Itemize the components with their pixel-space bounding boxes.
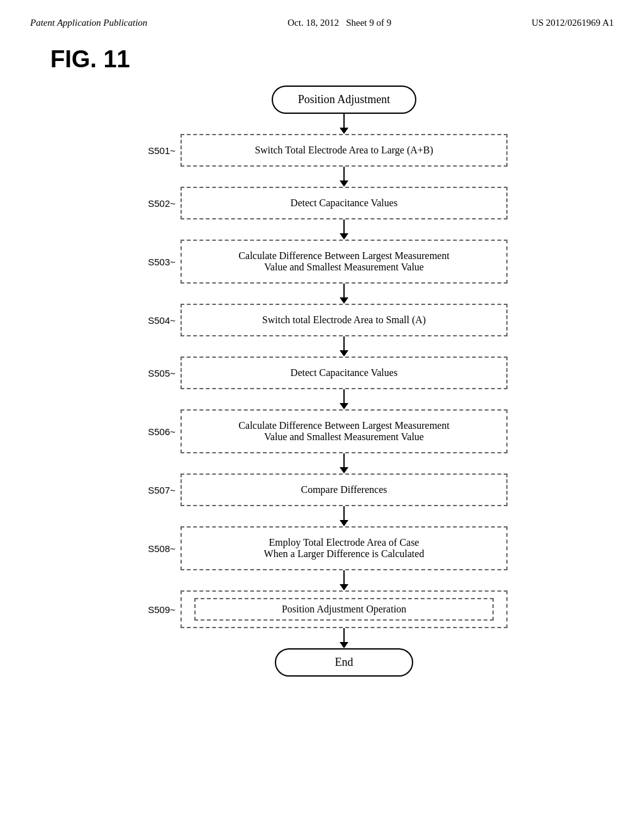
arrow-8 (38, 570, 606, 590)
start-label: Position Adjustment (298, 93, 391, 106)
step-label-S503: S503~ (136, 257, 180, 267)
step-text-S504: Switch total Electrode Area to Small (A) (262, 314, 426, 326)
figure-title: FIG. 11 (50, 46, 644, 73)
step-box-S505: Detect Capacitance Values (180, 357, 508, 389)
arrow-6 (38, 453, 606, 473)
step-row-S509: S509~ Position Adjustment Operation (38, 590, 606, 628)
publication-label: Patent Application Publication (30, 18, 147, 28)
start-oval-row: Position Adjustment (38, 86, 606, 114)
sheet-label: Sheet 9 of 9 (346, 18, 391, 28)
step-row-S502: S502~ Detect Capacitance Values (38, 187, 606, 219)
step-box-S503: Calculate Difference Between Largest Mea… (180, 240, 508, 284)
step-row-S505: S505~ Detect Capacitance Values (38, 357, 606, 389)
patent-number-label: US 2012/0261969 A1 (531, 18, 614, 28)
arrow-3 (38, 284, 606, 304)
page-header: Patent Application Publication Oct. 18, … (0, 0, 644, 35)
step-row-S507: S507~ Compare Differences (38, 473, 606, 506)
end-oval-row: End (38, 648, 606, 677)
step-label-S506: S506~ (136, 426, 180, 437)
arrow-7 (38, 506, 606, 526)
step-text-S509: Position Adjustment Operation (282, 604, 406, 615)
step-text-S507: Compare Differences (301, 484, 387, 495)
step-label-S509: S509~ (136, 604, 180, 615)
step-box-S504: Switch total Electrode Area to Small (A) (180, 304, 508, 336)
step-label-S508: S508~ (136, 543, 180, 554)
step-row-S501: S501~ Switch Total Electrode Area to Lar… (38, 134, 606, 167)
step-box-S507: Compare Differences (180, 473, 508, 506)
step-label-S501: S501~ (136, 145, 180, 156)
step-text-S501: Switch Total Electrode Area to Large (A+… (255, 145, 433, 156)
step-text-S502: Detect Capacitance Values (291, 197, 397, 209)
step-text-S506: Calculate Difference Between Largest Mea… (238, 420, 449, 443)
step-box-S506: Calculate Difference Between Largest Mea… (180, 409, 508, 453)
date-label: Oct. 18, 2012 (287, 18, 339, 28)
step-row-S508: S508~ Employ Total Electrode Area of Cas… (38, 526, 606, 570)
arrow-1 (38, 167, 606, 187)
step-text-S505: Detect Capacitance Values (291, 367, 397, 379)
step-label-S502: S502~ (136, 198, 180, 209)
step-label-S504: S504~ (136, 315, 180, 326)
step-box-S509-inner: Position Adjustment Operation (194, 598, 494, 621)
step-row-S506: S506~ Calculate Difference Between Large… (38, 409, 606, 453)
arrow-2 (38, 219, 606, 240)
end-oval: End (275, 648, 413, 677)
start-oval: Position Adjustment (272, 86, 417, 114)
step-label-S507: S507~ (136, 485, 180, 495)
flowchart: Position Adjustment S501~ Switch Total E… (0, 86, 644, 677)
arrow-5 (38, 389, 606, 409)
step-box-S508: Employ Total Electrode Area of CaseWhen … (180, 526, 508, 570)
end-label: End (335, 656, 353, 668)
step-row-S503: S503~ Calculate Difference Between Large… (38, 240, 606, 284)
step-box-S509: Position Adjustment Operation (180, 590, 508, 628)
arrow-9 (38, 628, 606, 648)
step-row-S504: S504~ Switch total Electrode Area to Sma… (38, 304, 606, 336)
header-left: Patent Application Publication (30, 18, 147, 28)
header-right: US 2012/0261969 A1 (531, 18, 614, 28)
step-box-S502: Detect Capacitance Values (180, 187, 508, 219)
step-text-S508: Employ Total Electrode Area of CaseWhen … (264, 537, 425, 560)
step-box-S501: Switch Total Electrode Area to Large (A+… (180, 134, 508, 167)
step-text-S503: Calculate Difference Between Largest Mea… (238, 250, 449, 273)
arrow-0 (38, 114, 606, 134)
step-box-S509-wrapper: Position Adjustment Operation (180, 590, 508, 628)
arrow-4 (38, 336, 606, 357)
header-center: Oct. 18, 2012 Sheet 9 of 9 (287, 18, 391, 28)
step-label-S505: S505~ (136, 368, 180, 379)
